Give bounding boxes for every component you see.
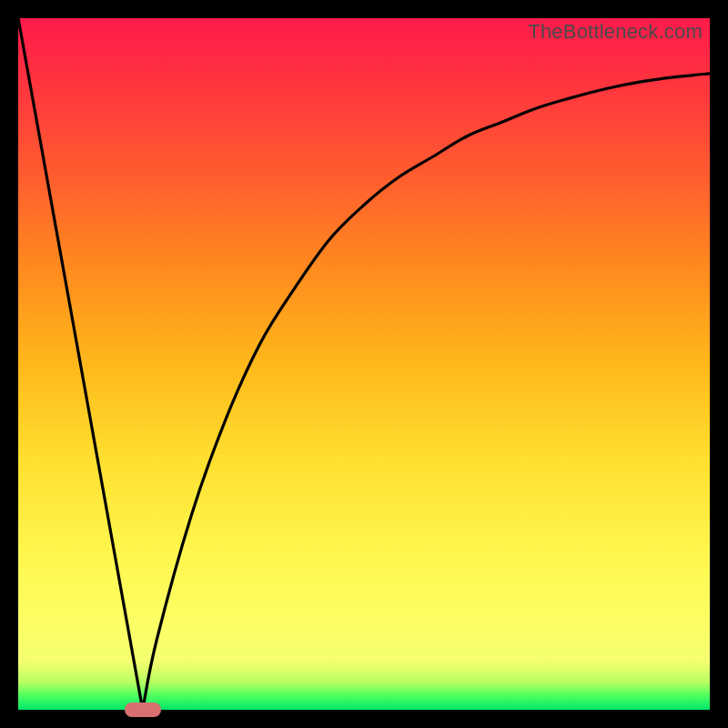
plot-area: TheBottleneck.com — [18, 18, 710, 710]
chart-frame: TheBottleneck.com — [0, 0, 728, 728]
chart-curves — [18, 18, 710, 710]
series-path-0 — [18, 18, 143, 710]
bottleneck-marker — [125, 703, 161, 717]
series-path-1 — [143, 74, 710, 710]
